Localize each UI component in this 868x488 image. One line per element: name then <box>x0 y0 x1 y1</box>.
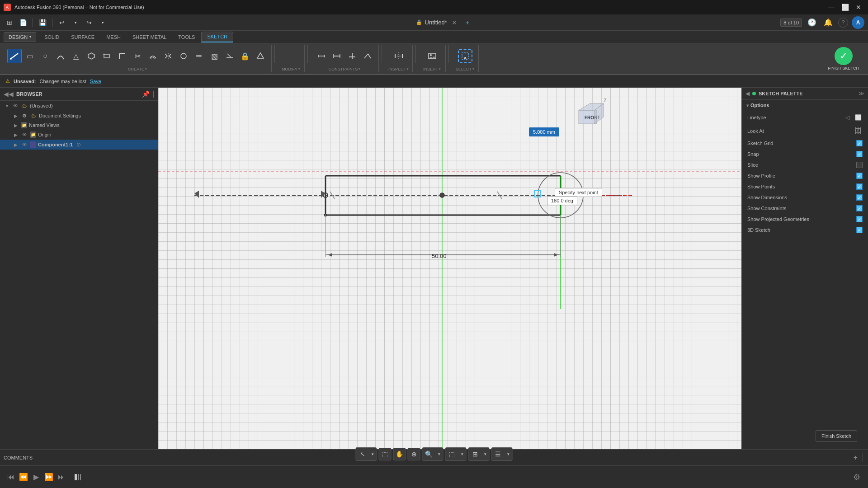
tree-item-origin[interactable]: ▶ 👁 📁 Origin <box>0 130 158 140</box>
play-to-end-button[interactable]: ⏭ <box>56 472 67 483</box>
equal-tool[interactable]: ═ <box>192 49 206 63</box>
file-button[interactable]: 📄 <box>17 17 29 28</box>
tab-solid[interactable]: SOLID <box>39 32 65 42</box>
show-constraints-checkbox[interactable]: ✓ <box>856 205 863 211</box>
tree-item-component[interactable]: ▶ 👁 Component1:1 ⊙ <box>0 140 158 150</box>
tab-mesh[interactable]: MESH <box>101 32 126 42</box>
play-forward-button[interactable]: ⏩ <box>43 472 54 483</box>
new-tab-button[interactable]: + <box>462 17 473 28</box>
show-dimensions-checkbox[interactable]: ✓ <box>856 194 863 201</box>
frame-button[interactable]: ⬚ <box>446 448 458 460</box>
view-cube[interactable]: Z FRONT <box>576 97 608 128</box>
tangent-tool[interactable] <box>222 49 237 63</box>
triangle-tool[interactable]: △ <box>69 49 83 63</box>
snap-checkbox[interactable]: ✓ <box>856 151 863 157</box>
spline-tool[interactable] <box>253 49 268 63</box>
separator <box>33 18 33 27</box>
dimension-tool[interactable] <box>314 49 329 63</box>
finish-sketch-palette-button[interactable]: Finish Sketch <box>816 430 857 442</box>
undo-dropdown[interactable]: ▾ <box>70 17 81 28</box>
show-points-checkbox[interactable]: ✓ <box>856 183 863 190</box>
arc-tool[interactable] <box>53 49 68 63</box>
grid-menu-button[interactable]: ⊞ <box>4 17 15 28</box>
svg-line-8 <box>227 54 231 57</box>
circle-tool[interactable]: ○ <box>38 49 52 63</box>
browser-collapse-button[interactable]: ◀◀ <box>4 90 14 98</box>
play-backward-button[interactable]: ⏪ <box>18 472 29 483</box>
quick-access-toolbar: ⊞ 📄 💾 ↩ ▾ ↪ ▾ 🔒 Untitled* ✕ + 8 of 10 🕐 … <box>0 14 868 31</box>
cursor-dropdown[interactable]: ▾ <box>369 448 377 460</box>
close-button[interactable]: ✕ <box>853 1 864 13</box>
notifications-button[interactable]: 🔔 <box>822 16 835 29</box>
play-button[interactable]: ▶ <box>31 472 42 483</box>
modify-group: MODIFY ▾ <box>278 45 305 72</box>
undo-button[interactable]: ↩ <box>56 17 68 28</box>
rectangle-tool[interactable]: ▭ <box>23 49 37 63</box>
avatar[interactable]: A <box>852 16 864 29</box>
select-tool[interactable] <box>458 49 472 63</box>
display-button[interactable]: ☰ <box>492 448 505 460</box>
lock-tool[interactable]: 🔒 <box>238 49 252 63</box>
close-file-button[interactable]: ✕ <box>450 19 459 26</box>
frame-dropdown[interactable]: ▾ <box>459 448 466 460</box>
browser-expand-button[interactable]: | <box>152 90 154 98</box>
tree-item-named-views[interactable]: ▶ 📁 Named Views <box>0 121 158 130</box>
insert-image-tool[interactable] <box>425 49 439 63</box>
browser-pin-button[interactable]: 📌 <box>142 90 150 98</box>
zoom-dropdown[interactable]: ▾ <box>436 448 443 460</box>
finish-sketch-button[interactable]: ✓ FINISH SKETCH <box>822 45 864 72</box>
add-comment-button[interactable]: + <box>854 454 858 462</box>
redo-button[interactable]: ↪ <box>83 17 95 28</box>
design-button[interactable]: DESIGN ▾ <box>4 32 36 42</box>
hatch-tool[interactable]: ▧ <box>207 49 222 63</box>
tree-item-root[interactable]: ▾ 👁 🗁 (Unsaved) <box>0 101 158 111</box>
grid-view-button[interactable]: ⊞ <box>469 448 481 460</box>
play-to-start-button[interactable]: ⏮ <box>5 472 16 483</box>
look-at-button[interactable]: 🖼 <box>854 127 863 136</box>
slice-checkbox[interactable] <box>856 162 863 168</box>
tree-item-doc-settings[interactable]: ▶ ⚙ 🗁 Document Settings <box>0 111 158 121</box>
mirror-tool[interactable] <box>161 49 175 63</box>
show-projected-checkbox[interactable]: ✓ <box>856 216 863 222</box>
maximize-button[interactable]: ⬜ <box>839 1 851 13</box>
timeline-marker-button[interactable] <box>72 472 83 483</box>
tab-sheet-metal[interactable]: SHEET METAL <box>127 32 172 42</box>
show-profile-checkbox[interactable]: ✓ <box>856 173 863 179</box>
inspect-tool[interactable] <box>392 49 406 63</box>
tab-surface[interactable]: SURFACE <box>66 32 100 42</box>
options-section-header[interactable]: ▾ Options <box>742 100 868 111</box>
cursor-button[interactable]: ↖ <box>356 448 369 460</box>
palette-expand-button[interactable]: ≫ <box>859 90 864 97</box>
pan-button[interactable]: ✋ <box>393 448 406 460</box>
sketch-grid-checkbox[interactable]: ✓ <box>856 140 863 146</box>
horizontal-tool[interactable] <box>330 49 344 63</box>
palette-collapse-button[interactable]: ◀ <box>745 90 750 97</box>
linetype-icon1[interactable]: ◁ <box>843 113 852 122</box>
save-link-button[interactable]: Save <box>90 79 101 84</box>
settings-gear-button[interactable]: ⚙ <box>851 471 863 483</box>
orbit-button[interactable]: ⊕ <box>408 448 420 460</box>
redo-dropdown[interactable]: ▾ <box>97 17 108 28</box>
zoom-button[interactable]: 🔍 <box>423 448 435 460</box>
minimize-button[interactable]: — <box>826 1 837 13</box>
circle3-tool[interactable] <box>176 49 191 63</box>
capture-button[interactable]: ⬚ <box>379 448 392 460</box>
clock-button[interactable]: 🕐 <box>806 16 818 29</box>
line-tool[interactable] <box>7 49 22 63</box>
offset-tool[interactable] <box>146 49 160 63</box>
canvas-area[interactable]: 5.000 mm Specify next point 180.0 deg 50… <box>158 88 741 449</box>
save-button[interactable]: 💾 <box>37 17 48 28</box>
angle-tool[interactable] <box>360 49 375 63</box>
rect2-tool[interactable] <box>99 49 114 63</box>
perpendicular-tool[interactable] <box>345 49 359 63</box>
grid-view-dropdown[interactable]: ▾ <box>482 448 489 460</box>
polygon-tool[interactable] <box>84 49 99 63</box>
trim-tool[interactable]: ✂ <box>130 49 145 63</box>
display-dropdown[interactable]: ▾ <box>505 448 512 460</box>
tab-tools[interactable]: TOOLS <box>173 32 200 42</box>
fillet-tool[interactable] <box>115 49 129 63</box>
linetype-icon2[interactable]: ⬜ <box>854 113 863 122</box>
help-button[interactable]: ? <box>838 18 848 28</box>
tab-sketch[interactable]: SKETCH <box>201 32 233 42</box>
3d-sketch-checkbox[interactable]: ✓ <box>856 227 863 233</box>
